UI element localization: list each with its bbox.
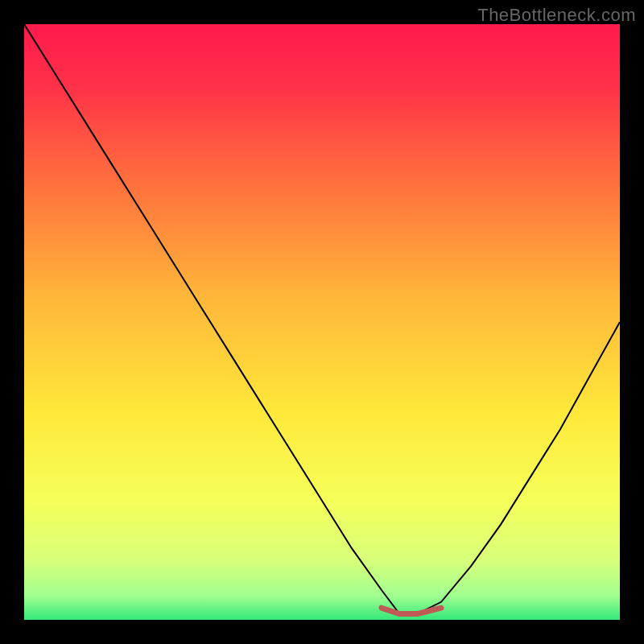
gradient-background bbox=[24, 24, 620, 620]
chart-frame: TheBottleneck.com bbox=[0, 0, 644, 644]
watermark-text: TheBottleneck.com bbox=[477, 5, 636, 26]
bottleneck-chart bbox=[24, 24, 620, 620]
plot-area bbox=[24, 24, 620, 620]
